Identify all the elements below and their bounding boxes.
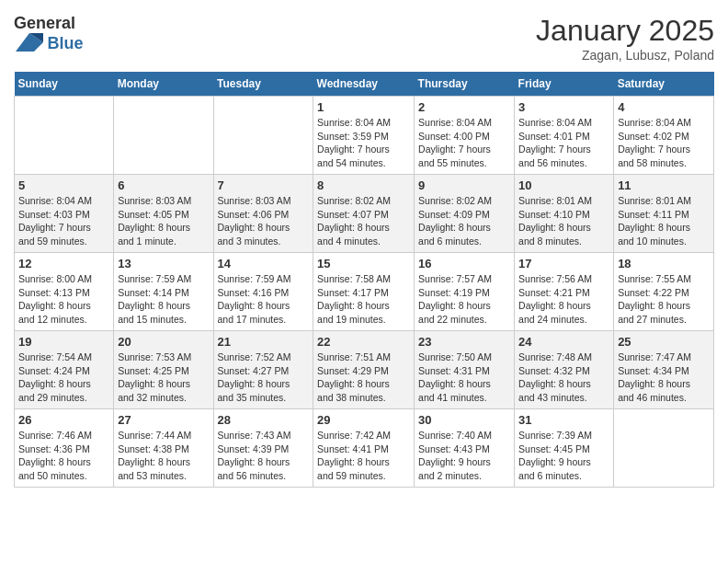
- calendar-cell: 20Sunrise: 7:53 AM Sunset: 4:25 PM Dayli…: [114, 331, 213, 409]
- day-number: 31: [518, 413, 609, 427]
- day-info: Sunrise: 8:00 AM Sunset: 4:13 PM Dayligh…: [18, 272, 109, 327]
- logo: General Blue: [14, 14, 83, 56]
- day-info: Sunrise: 7:57 AM Sunset: 4:19 PM Dayligh…: [418, 272, 510, 327]
- day-info: Sunrise: 7:48 AM Sunset: 4:32 PM Dayligh…: [518, 350, 609, 405]
- day-number: 18: [618, 257, 710, 270]
- calendar-cell: 17Sunrise: 7:56 AM Sunset: 4:21 PM Dayli…: [515, 253, 614, 331]
- calendar-cell: [614, 409, 714, 488]
- calendar-cell: 7Sunrise: 8:03 AM Sunset: 4:06 PM Daylig…: [213, 175, 313, 253]
- calendar-cell: 24Sunrise: 7:48 AM Sunset: 4:32 PM Dayli…: [515, 331, 614, 409]
- calendar-cell: [15, 97, 114, 175]
- calendar-cell: 15Sunrise: 7:58 AM Sunset: 4:17 PM Dayli…: [313, 253, 415, 331]
- day-number: 14: [218, 257, 310, 270]
- page-header: General Blue January 2025 Zagan, Lubusz,…: [14, 14, 714, 63]
- calendar-cell: 31Sunrise: 7:39 AM Sunset: 4:45 PM Dayli…: [515, 409, 614, 488]
- day-info: Sunrise: 7:44 AM Sunset: 4:38 PM Dayligh…: [118, 429, 209, 483]
- day-info: Sunrise: 7:58 AM Sunset: 4:17 PM Dayligh…: [317, 272, 410, 327]
- day-number: 21: [218, 335, 310, 349]
- calendar-table: SundayMondayTuesdayWednesdayThursdayFrid…: [14, 72, 714, 488]
- calendar-cell: 30Sunrise: 7:40 AM Sunset: 4:43 PM Dayli…: [415, 409, 515, 488]
- calendar-title: January 2025: [536, 14, 714, 48]
- day-number: 29: [317, 413, 410, 427]
- day-header-saturday: Saturday: [614, 72, 714, 97]
- calendar-cell: 27Sunrise: 7:44 AM Sunset: 4:38 PM Dayli…: [114, 409, 213, 488]
- calendar-cell: 13Sunrise: 7:59 AM Sunset: 4:14 PM Dayli…: [114, 253, 213, 331]
- day-header-monday: Monday: [114, 72, 213, 97]
- calendar-cell: 14Sunrise: 7:59 AM Sunset: 4:16 PM Dayli…: [213, 253, 313, 331]
- day-number: 10: [518, 178, 609, 192]
- calendar-subtitle: Zagan, Lubusz, Poland: [536, 48, 714, 63]
- day-info: Sunrise: 8:04 AM Sunset: 4:02 PM Dayligh…: [618, 116, 710, 170]
- day-info: Sunrise: 8:04 AM Sunset: 3:59 PM Dayligh…: [317, 116, 410, 170]
- day-number: 23: [418, 335, 510, 349]
- calendar-cell: 9Sunrise: 8:02 AM Sunset: 4:09 PM Daylig…: [415, 175, 515, 253]
- day-info: Sunrise: 7:50 AM Sunset: 4:31 PM Dayligh…: [418, 350, 510, 405]
- day-info: Sunrise: 7:42 AM Sunset: 4:41 PM Dayligh…: [317, 429, 410, 483]
- day-number: 16: [418, 257, 510, 270]
- day-info: Sunrise: 7:59 AM Sunset: 4:16 PM Dayligh…: [218, 272, 310, 327]
- day-number: 30: [418, 413, 510, 427]
- calendar-cell: 26Sunrise: 7:46 AM Sunset: 4:36 PM Dayli…: [15, 409, 114, 488]
- day-number: 20: [118, 335, 209, 349]
- calendar-week-row: 12Sunrise: 8:00 AM Sunset: 4:13 PM Dayli…: [15, 253, 714, 331]
- day-number: 17: [518, 257, 609, 270]
- logo-icon: [16, 29, 43, 56]
- day-number: 1: [317, 100, 410, 114]
- day-number: 9: [418, 178, 510, 192]
- day-info: Sunrise: 8:04 AM Sunset: 4:03 PM Dayligh…: [18, 194, 109, 248]
- calendar-week-row: 19Sunrise: 7:54 AM Sunset: 4:24 PM Dayli…: [15, 331, 714, 409]
- day-number: 6: [118, 178, 209, 192]
- calendar-week-row: 1Sunrise: 8:04 AM Sunset: 3:59 PM Daylig…: [15, 97, 714, 175]
- calendar-cell: 25Sunrise: 7:47 AM Sunset: 4:34 PM Dayli…: [614, 331, 714, 409]
- day-info: Sunrise: 7:54 AM Sunset: 4:24 PM Dayligh…: [18, 350, 109, 405]
- day-info: Sunrise: 8:04 AM Sunset: 4:00 PM Dayligh…: [418, 116, 510, 170]
- calendar-cell: 4Sunrise: 8:04 AM Sunset: 4:02 PM Daylig…: [614, 97, 714, 175]
- day-info: Sunrise: 8:04 AM Sunset: 4:01 PM Dayligh…: [518, 116, 609, 170]
- day-number: 4: [618, 100, 710, 114]
- calendar-cell: 3Sunrise: 8:04 AM Sunset: 4:01 PM Daylig…: [515, 97, 614, 175]
- day-number: 7: [218, 178, 310, 192]
- day-header-friday: Friday: [515, 72, 614, 97]
- day-number: 8: [317, 178, 410, 192]
- calendar-cell: 8Sunrise: 8:02 AM Sunset: 4:07 PM Daylig…: [313, 175, 415, 253]
- day-number: 5: [18, 178, 109, 192]
- calendar-cell: 18Sunrise: 7:55 AM Sunset: 4:22 PM Dayli…: [614, 253, 714, 331]
- day-header-tuesday: Tuesday: [213, 72, 313, 97]
- day-header-wednesday: Wednesday: [313, 72, 415, 97]
- calendar-cell: 6Sunrise: 8:03 AM Sunset: 4:05 PM Daylig…: [114, 175, 213, 253]
- calendar-cell: 5Sunrise: 8:04 AM Sunset: 4:03 PM Daylig…: [15, 175, 114, 253]
- day-info: Sunrise: 7:53 AM Sunset: 4:25 PM Dayligh…: [118, 350, 209, 405]
- day-info: Sunrise: 7:43 AM Sunset: 4:39 PM Dayligh…: [218, 429, 310, 483]
- calendar-cell: [114, 97, 213, 175]
- day-number: 28: [218, 413, 310, 427]
- day-info: Sunrise: 7:51 AM Sunset: 4:29 PM Dayligh…: [317, 350, 410, 405]
- day-number: 27: [118, 413, 209, 427]
- calendar-cell: 19Sunrise: 7:54 AM Sunset: 4:24 PM Dayli…: [15, 331, 114, 409]
- calendar-cell: 11Sunrise: 8:01 AM Sunset: 4:11 PM Dayli…: [614, 175, 714, 253]
- day-number: 24: [518, 335, 609, 349]
- day-number: 25: [618, 335, 710, 349]
- calendar-cell: 16Sunrise: 7:57 AM Sunset: 4:19 PM Dayli…: [415, 253, 515, 331]
- day-info: Sunrise: 7:47 AM Sunset: 4:34 PM Dayligh…: [618, 350, 710, 405]
- day-info: Sunrise: 7:55 AM Sunset: 4:22 PM Dayligh…: [618, 272, 710, 327]
- day-info: Sunrise: 7:56 AM Sunset: 4:21 PM Dayligh…: [518, 272, 609, 327]
- day-info: Sunrise: 7:39 AM Sunset: 4:45 PM Dayligh…: [518, 429, 609, 483]
- day-number: 22: [317, 335, 410, 349]
- calendar-week-row: 5Sunrise: 8:04 AM Sunset: 4:03 PM Daylig…: [15, 175, 714, 253]
- calendar-header-row: SundayMondayTuesdayWednesdayThursdayFrid…: [15, 72, 714, 97]
- logo-blue: Blue: [47, 34, 83, 52]
- day-number: 19: [18, 335, 109, 349]
- day-number: 15: [317, 257, 410, 270]
- day-number: 13: [118, 257, 209, 270]
- calendar-cell: 10Sunrise: 8:01 AM Sunset: 4:10 PM Dayli…: [515, 175, 614, 253]
- calendar-cell: 23Sunrise: 7:50 AM Sunset: 4:31 PM Dayli…: [415, 331, 515, 409]
- calendar-cell: 28Sunrise: 7:43 AM Sunset: 4:39 PM Dayli…: [213, 409, 313, 488]
- logo-text: General Blue: [14, 14, 83, 56]
- calendar-cell: [213, 97, 313, 175]
- calendar-cell: 1Sunrise: 8:04 AM Sunset: 3:59 PM Daylig…: [313, 97, 415, 175]
- day-info: Sunrise: 8:01 AM Sunset: 4:10 PM Dayligh…: [518, 194, 609, 248]
- day-info: Sunrise: 8:02 AM Sunset: 4:07 PM Dayligh…: [317, 194, 410, 248]
- calendar-cell: 21Sunrise: 7:52 AM Sunset: 4:27 PM Dayli…: [213, 331, 313, 409]
- day-number: 11: [618, 178, 710, 192]
- calendar-cell: 29Sunrise: 7:42 AM Sunset: 4:41 PM Dayli…: [313, 409, 415, 488]
